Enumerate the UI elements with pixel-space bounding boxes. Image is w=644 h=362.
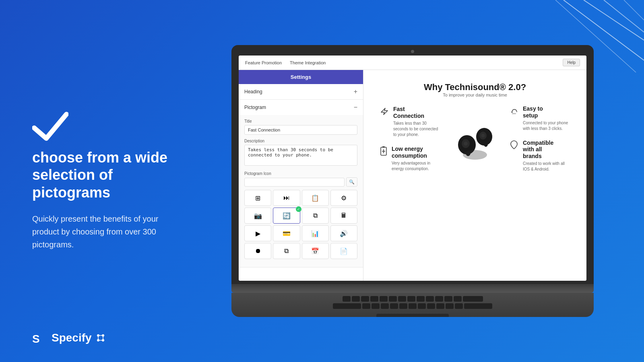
background: choose from a wide selection of pictogra… — [0, 0, 644, 362]
icon-search-row: 🔍 — [244, 177, 357, 187]
icon-cell-doc[interactable]: 📄 — [330, 243, 357, 259]
svg-rect-27 — [512, 113, 516, 114]
low-energy-desc: Very advantageous in energy consumption. — [392, 160, 441, 172]
icon-search-button[interactable]: 🔍 — [346, 177, 357, 187]
icon-cell-calendar[interactable]: 📅 — [302, 243, 329, 259]
svg-point-25 — [484, 141, 488, 147]
headline: choose from a wide selection of pictogra… — [32, 149, 173, 201]
svg-rect-15 — [382, 146, 385, 148]
nav-feature-promotion[interactable]: Feature Promotion — [245, 60, 282, 65]
icon-cell-sync[interactable]: 🔄 ✓ — [273, 208, 300, 224]
description-form-group: Description Takes less than 30 seconds t… — [244, 139, 357, 167]
svg-line-4 — [624, 0, 644, 20]
low-energy-title: Low energyconsumption — [392, 146, 441, 159]
subtext: Quickly present the benefits of your pro… — [32, 212, 173, 251]
pictogram-accordion-label: Pictogram — [244, 105, 266, 110]
preview-title: Why Technisound® 2.0? — [380, 82, 570, 93]
compatible-title: Compatiblewith allbrands — [523, 140, 570, 160]
icon-cell-camera[interactable]: 📷 — [244, 208, 271, 224]
features-grid: FastConnection Takes less than 30 second… — [380, 105, 570, 172]
laptop-camera — [411, 50, 414, 53]
keyboard — [231, 293, 594, 312]
fast-connection-desc: Takes less than 30 seconds to be connect… — [393, 121, 441, 138]
icon-cell-copy[interactable]: ⧉ — [302, 208, 329, 224]
heading-accordion: Heading + — [239, 84, 363, 100]
easy-setup-desc: Connected to your phone with less than 3… — [523, 120, 570, 132]
features-left: FastConnection Takes less than 30 second… — [380, 106, 441, 171]
title-label: Title — [244, 119, 357, 123]
feature-low-energy: Low energyconsumption Very advantageous … — [380, 146, 441, 172]
icon-cell-play[interactable]: ▶ — [244, 225, 271, 241]
icon-cell-chart[interactable]: 📊 — [302, 225, 329, 241]
preview-subtitle: To improve your daily music time — [380, 93, 570, 97]
icon-cell-clipboard[interactable]: 📋 — [302, 190, 329, 206]
svg-line-2 — [604, 0, 644, 32]
compatible-desc: Created to work with all IOS & Android. — [523, 161, 570, 172]
top-nav: Feature Promotion Theme Integration Help — [239, 56, 586, 70]
low-energy-icon — [380, 146, 388, 159]
laptop-base — [231, 284, 594, 293]
sidebar: Settings Heading + — [239, 70, 363, 281]
checkmark-icon — [32, 111, 68, 139]
pictogram-icon-label: Pictogram Icon — [244, 171, 357, 176]
easy-setup-icon — [509, 106, 519, 118]
icon-cell-grid[interactable]: ⊞ — [244, 190, 271, 206]
fast-connection-icon — [380, 107, 389, 118]
left-panel: choose from a wide selection of pictogra… — [0, 87, 197, 275]
description-textarea[interactable]: Takes less than 30 seconds to be connect… — [244, 145, 357, 166]
specify-logo-icon: S — [32, 330, 48, 346]
pictogram-accordion-body: Title Description Takes less than 30 sec… — [239, 115, 363, 267]
description-label: Description — [244, 139, 357, 143]
fast-connection-title: FastConnection — [393, 106, 441, 119]
feature-compatible: Compatiblewith allbrands Created to work… — [509, 140, 570, 172]
easy-setup-title: Easy tosetup — [523, 105, 570, 119]
icon-cell-card[interactable]: 💳 — [273, 225, 300, 241]
icon-search-input[interactable] — [244, 178, 345, 187]
nav-left: Feature Promotion Theme Integration — [245, 60, 326, 65]
features-right: Easy tosetup Connected to your phone wit… — [509, 105, 570, 172]
pictogram-icon-form-group: Pictogram Icon 🔍 ⊞ ⏭ — [244, 171, 357, 259]
svg-point-24 — [481, 134, 485, 137]
preview-heading-section: Why Technisound® 2.0? To improve your da… — [380, 82, 570, 97]
product-image — [449, 115, 501, 163]
heading-expand-icon: + — [354, 88, 357, 95]
laptop-keyboard-area — [231, 293, 594, 317]
earbuds-illustration — [449, 115, 501, 163]
easy-setup-text: Easy tosetup Connected to your phone wit… — [523, 105, 570, 132]
feature-fast-connection: FastConnection Takes less than 30 second… — [380, 106, 441, 138]
laptop-screen-area: Feature Promotion Theme Integration Help… — [231, 45, 594, 284]
svg-point-26 — [463, 150, 487, 160]
icon-cell-settings[interactable]: ⚙ — [330, 190, 357, 206]
icon-grid: ⊞ ⏭ 📋 ⚙ 📷 🔄 ✓ — [244, 190, 357, 259]
main-area: Settings Heading + — [239, 70, 586, 281]
icon-cell-calc[interactable]: 🖩 — [330, 208, 357, 224]
fast-connection-text: FastConnection Takes less than 30 second… — [393, 106, 441, 138]
compatible-icon — [509, 140, 519, 152]
preview-panel: Why Technisound® 2.0? To improve your da… — [363, 70, 586, 281]
svg-line-1 — [584, 0, 644, 40]
pictogram-accordion-header[interactable]: Pictogram − — [239, 100, 363, 115]
icon-cell-forward[interactable]: ⏭ — [273, 190, 300, 206]
title-form-group: Title — [244, 119, 357, 135]
feature-easy-setup: Easy tosetup Connected to your phone wit… — [509, 105, 570, 132]
help-button[interactable]: Help — [563, 59, 580, 66]
heading-accordion-header[interactable]: Heading + — [239, 84, 363, 99]
title-input[interactable] — [244, 125, 357, 135]
pictogram-accordion: Pictogram − Title — [239, 100, 363, 267]
svg-text:S: S — [32, 333, 40, 345]
svg-point-20 — [464, 142, 468, 146]
laptop: Feature Promotion Theme Integration Help… — [231, 45, 594, 317]
icon-cell-volume[interactable]: 🔊 — [330, 225, 357, 241]
icon-cell-stop[interactable]: ⏺ — [244, 243, 271, 259]
nav-theme-integration[interactable]: Theme Integration — [290, 60, 326, 65]
selected-badge: ✓ — [296, 206, 301, 212]
compatible-text: Compatiblewith allbrands Created to work… — [523, 140, 570, 172]
heading-accordion-label: Heading — [244, 89, 262, 95]
logo: S Specify — [32, 330, 106, 346]
icon-cell-layers[interactable]: ⧉ — [273, 243, 300, 259]
logo-dots-icon — [95, 332, 106, 343]
low-energy-text: Low energyconsumption Very advantageous … — [392, 146, 441, 172]
settings-button[interactable]: Settings — [239, 70, 363, 84]
laptop-screen: Feature Promotion Theme Integration Help… — [239, 56, 586, 281]
pictogram-collapse-icon: − — [354, 104, 357, 111]
